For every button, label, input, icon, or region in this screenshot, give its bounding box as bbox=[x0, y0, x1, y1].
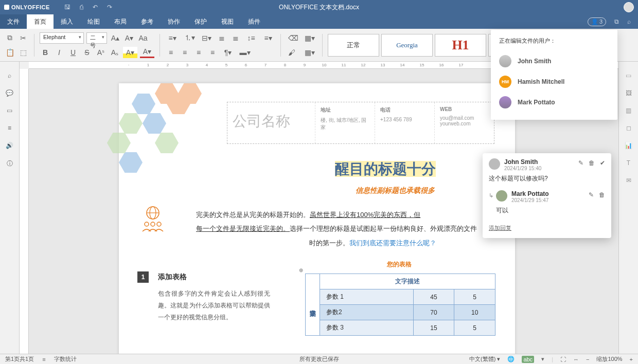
subscript-icon[interactable]: Aₛ bbox=[109, 47, 120, 58]
insert-object-icon[interactable]: ▦▾ bbox=[303, 32, 317, 44]
addr-value[interactable]: 楼, 街, 城市/地区, 国家 bbox=[321, 117, 369, 131]
table-cell[interactable]: 5 bbox=[454, 320, 495, 336]
resolve-icon[interactable]: ✔ bbox=[600, 159, 605, 167]
doc-paragraph-1[interactable]: 完美的文件总是从完美的标题开始的。虽然世界上没有100%完美的东西，但 每一个文… bbox=[196, 208, 494, 250]
doc-main-title[interactable]: 醒目的标题十分 bbox=[335, 159, 436, 179]
table-cell[interactable]: 45 bbox=[413, 289, 454, 305]
image-settings-icon[interactable]: 🖼 bbox=[626, 89, 632, 97]
print-icon[interactable]: ⎙ bbox=[80, 4, 83, 11]
shape-settings-icon[interactable]: ◻ bbox=[626, 124, 631, 132]
delete-icon[interactable]: 🗑 bbox=[589, 159, 595, 167]
zoom-in-button[interactable]: + bbox=[630, 356, 633, 362]
tab-layout[interactable]: 布局 bbox=[107, 14, 134, 29]
style-normal[interactable]: 正常 bbox=[328, 34, 379, 57]
table-row-header[interactable]: 描述字文 bbox=[306, 274, 320, 336]
table-cell[interactable]: 15 bbox=[413, 320, 454, 336]
edit-icon[interactable]: ✎ bbox=[589, 191, 594, 198]
tel-value[interactable]: +123 456 789 bbox=[380, 117, 429, 122]
headings-icon[interactable]: ≡ bbox=[8, 124, 11, 132]
table-cell[interactable]: 参数 3 bbox=[320, 320, 414, 336]
table-col-header[interactable]: 文字描述 bbox=[320, 274, 495, 289]
word-count-icon[interactable]: ≡ bbox=[42, 356, 45, 362]
font-color-icon[interactable]: A▾ bbox=[140, 47, 154, 58]
page-count[interactable]: 第1页共1页 bbox=[5, 355, 34, 363]
comments-icon[interactable]: 💬 bbox=[6, 89, 13, 97]
tab-home[interactable]: 首页 bbox=[27, 14, 54, 29]
line-spacing-icon[interactable]: ↕≡ bbox=[244, 32, 258, 44]
align-center-icon[interactable]: ≡ bbox=[179, 47, 190, 58]
clear-format-icon[interactable]: ⌫ bbox=[286, 32, 300, 44]
cut-icon[interactable]: ✂ bbox=[17, 32, 29, 44]
font-name-select[interactable]: Elephant bbox=[40, 32, 84, 44]
align-left-icon[interactable]: ≡ bbox=[165, 47, 176, 58]
web-mail[interactable]: you@mail.com bbox=[440, 115, 489, 121]
doc-header-table[interactable]: 公司名称 地址楼, 街, 城市/地区, 国家 电话+123 456 789 WE… bbox=[227, 102, 494, 144]
paragraph-spacing-icon[interactable]: ≡▾ bbox=[261, 32, 275, 44]
table-caption[interactable]: 您的表格 bbox=[304, 260, 494, 269]
audio-icon[interactable]: 🔊 bbox=[6, 142, 13, 149]
find-icon[interactable]: ⌕ bbox=[8, 72, 11, 79]
font-size-select[interactable]: 二号 bbox=[86, 32, 107, 44]
user-row[interactable]: Mark Pottato bbox=[499, 92, 609, 113]
bold-button[interactable]: B bbox=[40, 47, 51, 58]
user-row[interactable]: John Smith bbox=[499, 51, 609, 71]
redo-icon[interactable]: ↷ bbox=[107, 4, 112, 11]
tab-file[interactable]: 文件 bbox=[0, 14, 27, 29]
section-body[interactable]: 包含很多字的文件肯定会让人感到很无趣。这就是为什么添加表格可以帮助提供一个更好的… bbox=[158, 288, 270, 323]
para-settings-icon[interactable]: ▭ bbox=[626, 72, 631, 79]
section-number[interactable]: 1 bbox=[137, 271, 149, 283]
section-title[interactable]: 添加表格 bbox=[158, 272, 187, 282]
italic-button[interactable]: I bbox=[54, 47, 65, 58]
chart-settings-icon[interactable]: 📊 bbox=[625, 142, 632, 149]
tab-view[interactable]: 视图 bbox=[214, 14, 241, 29]
style-georgia[interactable]: Georgia bbox=[381, 34, 433, 57]
table-cell[interactable]: 参数 1 bbox=[320, 289, 414, 305]
spellcheck-icon[interactable]: 🌐 bbox=[507, 356, 515, 362]
highlight-color-icon[interactable]: A▾ bbox=[123, 47, 137, 58]
underline-button[interactable]: U bbox=[67, 47, 79, 58]
users-count-button[interactable]: 👤3 bbox=[588, 17, 606, 26]
table-cell[interactable]: 5 bbox=[454, 289, 495, 305]
tab-references[interactable]: 参考 bbox=[134, 14, 161, 29]
numbering-icon[interactable]: ⒈▾ bbox=[182, 32, 197, 44]
select-all-icon[interactable]: ⬚ bbox=[17, 47, 29, 58]
document-page[interactable]: 公司名称 地址楼, 街, 城市/地区, 国家 电话+123 456 789 WE… bbox=[119, 83, 515, 354]
table-cell[interactable]: 70 bbox=[413, 305, 454, 320]
language-select[interactable]: 中文(繁體) ▾ bbox=[469, 355, 500, 363]
paragraph-mark-icon[interactable]: ¶▾ bbox=[221, 47, 235, 58]
proofing-icon[interactable]: abc bbox=[522, 356, 534, 363]
table-anchor-icon[interactable]: ⊕ bbox=[299, 267, 303, 273]
save-icon[interactable]: 🖫 bbox=[64, 4, 70, 11]
company-placeholder[interactable]: 公司名称 bbox=[227, 102, 315, 143]
table-cell[interactable]: 10 bbox=[454, 305, 495, 320]
mail-settings-icon[interactable]: ✉ bbox=[626, 177, 631, 184]
info-icon[interactable]: ⓘ bbox=[7, 159, 13, 168]
align-right-icon[interactable]: ≡ bbox=[193, 47, 204, 58]
outline-icon[interactable]: ▭ bbox=[7, 107, 12, 114]
track-changes-icon[interactable]: ▾ bbox=[541, 356, 544, 362]
table-settings-icon[interactable]: ▥ bbox=[626, 107, 631, 114]
web-site[interactable]: yourweb.com bbox=[440, 121, 489, 126]
user-row[interactable]: HMHamish Mitchell bbox=[499, 71, 609, 92]
bullets-icon[interactable]: ≡▾ bbox=[165, 32, 180, 44]
borders-icon[interactable]: ▦▾ bbox=[303, 47, 317, 58]
table-cell[interactable]: 参数2 bbox=[320, 305, 414, 320]
style-h1[interactable]: H1 bbox=[435, 34, 486, 57]
copy-icon[interactable]: ⧉ bbox=[4, 32, 15, 44]
tab-draw[interactable]: 绘图 bbox=[80, 14, 107, 29]
edit-icon[interactable]: ✎ bbox=[578, 159, 583, 167]
fit-page-icon[interactable]: ⛶ bbox=[560, 356, 566, 362]
align-justify-icon[interactable]: ≡ bbox=[207, 47, 218, 58]
undo-icon[interactable]: ↶ bbox=[93, 4, 98, 11]
tab-insert[interactable]: 插入 bbox=[54, 14, 80, 29]
zoom-out-button[interactable]: − bbox=[586, 356, 589, 362]
fit-width-icon[interactable]: ↔ bbox=[573, 356, 579, 362]
tab-collab[interactable]: 协作 bbox=[161, 14, 187, 29]
doc-table[interactable]: 描述字文文字描述 参数 1455 参数27010 参数 3155 bbox=[305, 274, 495, 336]
current-user-avatar[interactable] bbox=[624, 2, 634, 12]
multilevel-icon[interactable]: ⊟▾ bbox=[199, 32, 214, 44]
format-painter-icon[interactable]: 🖌 bbox=[286, 47, 297, 58]
font-shrink-icon[interactable]: A▾ bbox=[123, 32, 135, 44]
indent-inc-icon[interactable]: ≣ bbox=[230, 32, 241, 44]
tab-plugins[interactable]: 插件 bbox=[241, 14, 268, 29]
